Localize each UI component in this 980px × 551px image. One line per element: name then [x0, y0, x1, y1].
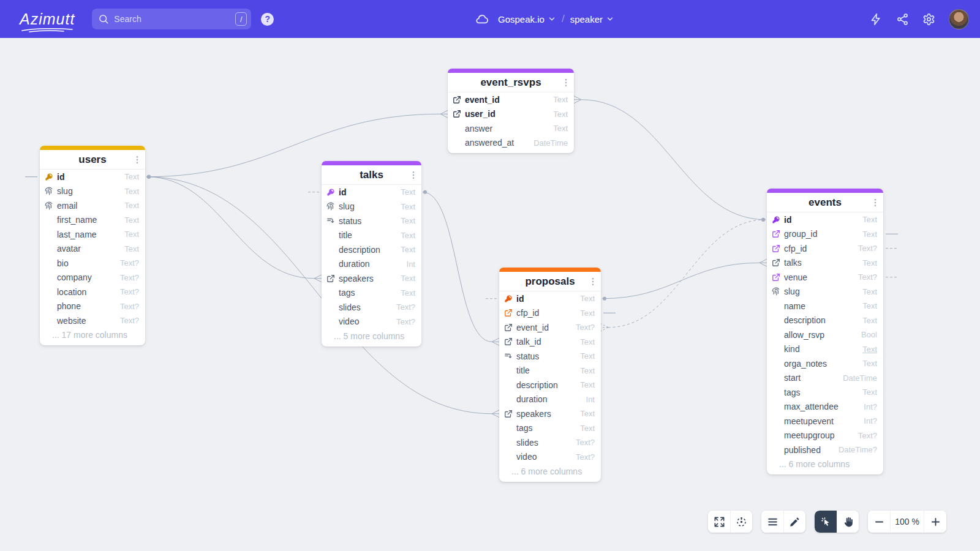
search-input[interactable]	[92, 9, 251, 29]
column-row-events-max_attendee[interactable]: max_attendeeInt?	[767, 400, 883, 414]
kebab-menu-icon[interactable]	[409, 170, 418, 180]
column-row-event_rsvps-answered_at[interactable]: answered_atDateTime	[448, 136, 574, 151]
column-row-talks-tags[interactable]: tagsText	[322, 286, 421, 301]
edit-button[interactable]	[783, 511, 805, 533]
column-row-events-cfp_id[interactable]: cfp_idText?	[767, 241, 883, 256]
column-row-events-name[interactable]: nameText	[767, 299, 883, 313]
column-row-proposals-duration[interactable]: durationInt	[499, 392, 601, 407]
pan-hand-button[interactable]	[837, 511, 859, 533]
table-proposals[interactable]: proposalsidTextcfp_idTextevent_idText?ta…	[499, 268, 601, 482]
column-row-talks-slug[interactable]: slugText	[322, 200, 421, 214]
diagram-canvas[interactable]: usersidTextslugTextemailTextfirst_nameTe…	[0, 0, 980, 551]
column-row-events-description[interactable]: descriptionText	[767, 313, 883, 328]
column-row-users-location[interactable]: locationText?	[40, 285, 145, 299]
column-row-talks-video[interactable]: videoText?	[322, 315, 421, 329]
column-row-events-kind[interactable]: kindText	[767, 342, 883, 357]
column-row-proposals-video[interactable]: videoText?	[499, 450, 601, 465]
column-row-users-phone[interactable]: phoneText?	[40, 299, 145, 314]
column-row-users-website[interactable]: websiteText?	[40, 313, 145, 328]
column-row-events-venue[interactable]: venueText?	[767, 270, 883, 285]
table-header[interactable]: events	[767, 193, 883, 212]
column-row-events-meetupevent[interactable]: meetupeventInt?	[767, 414, 883, 429]
column-row-users-avatar[interactable]: avatarText	[40, 242, 145, 257]
column-row-events-slug[interactable]: slugText	[767, 285, 883, 299]
column-row-events-talks[interactable]: talksText	[767, 256, 883, 271]
more-columns-row[interactable]: ... 6 more columns	[767, 457, 883, 472]
column-row-proposals-event_id[interactable]: event_idText?	[499, 320, 601, 335]
column-row-events-orga_notes[interactable]: orga_notesText	[767, 356, 883, 371]
column-row-proposals-id[interactable]: idText	[499, 291, 601, 306]
column-row-talks-status[interactable]: statusText	[322, 214, 421, 228]
column-row-users-bio[interactable]: bioText?	[40, 256, 145, 271]
table-header[interactable]: event_rsvps	[448, 73, 574, 92]
column-name: event_id	[516, 323, 549, 332]
column-row-talks-speakers[interactable]: speakersText	[322, 271, 421, 286]
table-users[interactable]: usersidTextslugTextemailTextfirst_nameTe…	[40, 146, 145, 345]
column-row-talks-duration[interactable]: durationInt	[322, 257, 421, 272]
column-row-events-id[interactable]: idText	[767, 212, 883, 227]
column-row-proposals-talk_id[interactable]: talk_idText	[499, 335, 601, 350]
zoom-in-button[interactable]	[924, 511, 946, 533]
column-row-event_rsvps-answer[interactable]: answerText	[448, 121, 574, 136]
column-name: avatar	[57, 244, 81, 253]
gear-icon[interactable]	[922, 13, 935, 26]
column-row-events-tags[interactable]: tagsText	[767, 385, 883, 400]
column-row-users-last_name[interactable]: last_nameText	[40, 227, 145, 242]
column-row-proposals-status[interactable]: statusText	[499, 349, 601, 364]
share-icon[interactable]	[896, 13, 909, 26]
table-header[interactable]: proposals	[499, 272, 601, 291]
column-row-proposals-tags[interactable]: tagsText	[499, 421, 601, 436]
table-talks[interactable]: talksidTextslugTextstatusTexttitleTextde…	[322, 161, 421, 347]
column-row-talks-id[interactable]: idText	[322, 185, 421, 200]
column-row-events-meetupgroup[interactable]: meetupgroupText?	[767, 429, 883, 443]
column-row-talks-description[interactable]: descriptionText	[322, 242, 421, 257]
column-row-proposals-cfp_id[interactable]: cfp_idText	[499, 306, 601, 321]
kebab-menu-icon[interactable]	[561, 78, 571, 88]
kebab-menu-icon[interactable]	[588, 277, 598, 287]
table-event_rsvps[interactable]: event_rsvpsevent_idTextuser_idTextanswer…	[448, 69, 574, 153]
column-row-events-published[interactable]: publishedDateTime?	[767, 443, 883, 457]
more-columns-row[interactable]: ... 6 more columns	[499, 464, 601, 479]
user-avatar[interactable]	[949, 9, 969, 29]
column-row-proposals-description[interactable]: descriptionText	[499, 378, 601, 392]
tables-list-button[interactable]	[761, 511, 783, 533]
help-button[interactable]: ?	[261, 13, 274, 26]
project-selector[interactable]: Gospeak.io	[498, 14, 556, 24]
zoom-out-button[interactable]	[868, 511, 890, 533]
crow-foot-marker	[601, 324, 608, 331]
column-row-proposals-title[interactable]: titleText	[499, 364, 601, 378]
layout-selector[interactable]: speaker	[570, 14, 614, 24]
breadcrumb-separator: /	[562, 13, 565, 25]
column-row-users-company[interactable]: companyText?	[40, 271, 145, 285]
zoom-level[interactable]: 100 %	[890, 511, 924, 533]
table-events[interactable]: eventsidTextgroup_idTextcfp_idText?talks…	[767, 189, 883, 474]
lightning-icon[interactable]	[870, 13, 883, 26]
table-header[interactable]: users	[40, 150, 145, 170]
column-row-events-start[interactable]: startDateTime	[767, 371, 883, 386]
fit-view-button[interactable]	[708, 511, 730, 533]
column-name: title	[516, 365, 530, 375]
azimutt-logo[interactable]: Azimutt	[20, 10, 75, 28]
relation-dot-marker	[147, 175, 151, 179]
column-row-events-allow_rsvp[interactable]: allow_rsvpBool	[767, 328, 883, 342]
column-row-event_rsvps-event_id[interactable]: event_idText	[448, 92, 574, 107]
column-row-talks-slides[interactable]: slidesText?	[322, 300, 421, 315]
key-icon	[326, 188, 335, 197]
column-row-users-first_name[interactable]: first_nameText	[40, 213, 145, 228]
column-row-talks-title[interactable]: titleText	[322, 228, 421, 243]
column-row-users-slug[interactable]: slugText	[40, 184, 145, 199]
kebab-menu-icon[interactable]	[132, 155, 142, 165]
column-row-proposals-speakers[interactable]: speakersText	[499, 407, 601, 421]
table-header[interactable]: talks	[322, 165, 421, 185]
column-name: email	[57, 201, 77, 211]
auto-arrange-button[interactable]	[730, 511, 752, 533]
column-row-proposals-slides[interactable]: slidesText?	[499, 435, 601, 450]
more-columns-row[interactable]: ... 5 more columns	[322, 329, 421, 343]
column-row-users-email[interactable]: emailText	[40, 198, 145, 213]
column-row-users-id[interactable]: idText	[40, 170, 145, 184]
column-row-event_rsvps-user_id[interactable]: user_idText	[448, 107, 574, 122]
more-columns-row[interactable]: ... 17 more columns	[40, 328, 145, 343]
kebab-menu-icon[interactable]	[870, 198, 880, 208]
column-row-events-group_id[interactable]: group_idText	[767, 227, 883, 242]
select-cursor-button[interactable]	[815, 511, 837, 533]
